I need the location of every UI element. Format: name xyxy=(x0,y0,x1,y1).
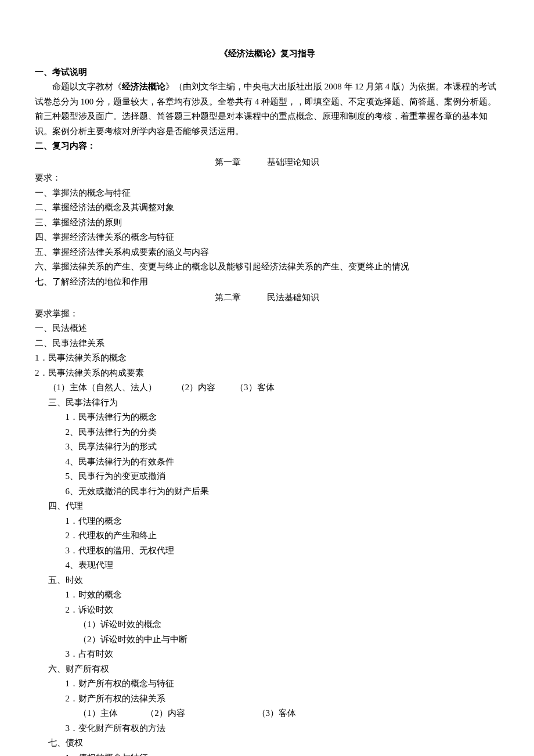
ch2-p6-3: 3．变化财产所有权的方法 xyxy=(35,721,499,736)
ch2-p2-2: 2．民事法律关系的构成要素 xyxy=(35,366,499,381)
ch2-p1: 一、民法概述 xyxy=(35,321,499,336)
ch2-p6-2-c: （3）客体 xyxy=(257,706,297,721)
ch2-p2-2-parts: （1）主体（自然人、法人） （2）内容 （3）客体 xyxy=(35,380,499,395)
ch2-p6-2-parts: （1）主体 （2）内容 （3）客体 xyxy=(35,706,499,721)
ch2-p5: 五、时效 xyxy=(35,573,499,588)
ch2-p4: 四、代理 xyxy=(35,499,499,514)
ch2-p3-3: 3、民享法律行为的形式 xyxy=(35,440,499,455)
ch2-p2-1: 1．民事法律关系的概念 xyxy=(35,351,499,366)
ch2-p5-2-1: （1）诉讼时效的概念 xyxy=(35,617,499,632)
para-pre: 命题以文字教材《 xyxy=(52,82,122,91)
ch2-p3-4: 4、民事法律行为的有效条件 xyxy=(35,455,499,470)
ch2-p4-1: 1．代理的概念 xyxy=(35,514,499,529)
ch2-p3-1: 1．民事法律行为的概念 xyxy=(35,410,499,425)
ch2-p3-2: 2、民事法律行为的分类 xyxy=(35,425,499,440)
ch2-p7: 七、债权 xyxy=(35,736,499,751)
ch2-p4-3: 3．代理权的滥用、无权代理 xyxy=(35,543,499,559)
ch1-item: 五、掌握经济法律关系构成要素的涵义与内容 xyxy=(35,245,499,260)
ch1-item: 七、了解经济法的地位和作用 xyxy=(35,275,499,290)
ch2-p6-2: 2．财产所有权的法律关系 xyxy=(35,692,499,707)
ch2-p6-2-a: （1）主体 xyxy=(78,706,118,721)
ch2-requirement: 要求掌握： xyxy=(35,307,499,322)
ch2-p4-2: 2．代理权的产生和终止 xyxy=(35,528,499,543)
exam-description: 命题以文字教材《经济法概论》（由刘文华主编，中央电大出版社出版 2008 年 1… xyxy=(35,80,499,139)
ch2-p2-2-c: （3）客体 xyxy=(235,380,275,395)
ch2-p5-2: 2．诉讼时效 xyxy=(35,603,499,618)
chapter-1-num: 第一章 xyxy=(215,155,241,170)
chapter-1-heading: 第一章基础理论知识 xyxy=(35,155,499,170)
section-2-heading: 二、复习内容： xyxy=(35,139,499,154)
ch1-item: 四、掌握经济法律关系的概念与特征 xyxy=(35,230,499,245)
ch2-p2: 二、民事法律关系 xyxy=(35,336,499,351)
ch2-p5-3: 3．占有时效 xyxy=(35,647,499,662)
chapter-2-title: 民法基础知识 xyxy=(267,293,319,302)
ch2-p2-2-a: （1）主体（自然人、法人） xyxy=(48,380,157,395)
ch1-item: 一、掌握法的概念与特征 xyxy=(35,186,499,201)
ch2-p3: 三、民事法律行为 xyxy=(35,395,499,411)
ch2-p3-5: 5、民事行为的变更或撤消 xyxy=(35,469,499,484)
ch2-p3-6: 6、无效或撤消的民事行为的财产后果 xyxy=(35,484,499,499)
ch1-requirement: 要求： xyxy=(35,171,499,186)
ch1-item: 六、掌握法律关系的产生、变更与终止的概念以及能够引起经济法律关系的产生、变更终止… xyxy=(35,260,499,275)
ch2-p5-1: 1．时效的概念 xyxy=(35,588,499,603)
chapter-2-num: 第二章 xyxy=(215,290,241,305)
chapter-1-title: 基础理论知识 xyxy=(267,157,319,167)
ch2-p6-1: 1．财产所有权的概念与特征 xyxy=(35,676,499,692)
ch2-p5-2-2: （2）诉讼时效的中止与中断 xyxy=(35,632,499,647)
ch2-p4-4: 4、表现代理 xyxy=(35,558,499,573)
ch2-p2-2-b: （2）内容 xyxy=(176,380,216,395)
ch1-item: 三、掌握经济法的原则 xyxy=(35,215,499,231)
chapter-2-heading: 第二章民法基础知识 xyxy=(35,290,499,305)
doc-title: 《经济法概论》复习指导 xyxy=(35,46,499,62)
ch2-p6: 六、财产所有权 xyxy=(35,662,499,677)
section-1-heading: 一、考试说明 xyxy=(35,65,499,80)
ch2-p7-1: 1．债权的概念与特征 xyxy=(35,751,499,757)
ch2-p6-2-b: （2）内容 xyxy=(146,706,185,721)
textbook-name: 经济法概论 xyxy=(122,82,165,91)
ch1-item: 二、掌握经济法的概念及其调整对象 xyxy=(35,200,499,215)
